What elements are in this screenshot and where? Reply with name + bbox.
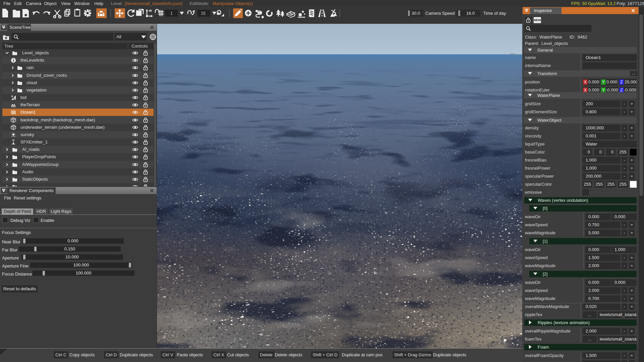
svg-text:1: 1 [170, 11, 173, 16]
svg-text:w: w [149, 8, 152, 12]
svg-text:15: 15 [201, 11, 206, 16]
